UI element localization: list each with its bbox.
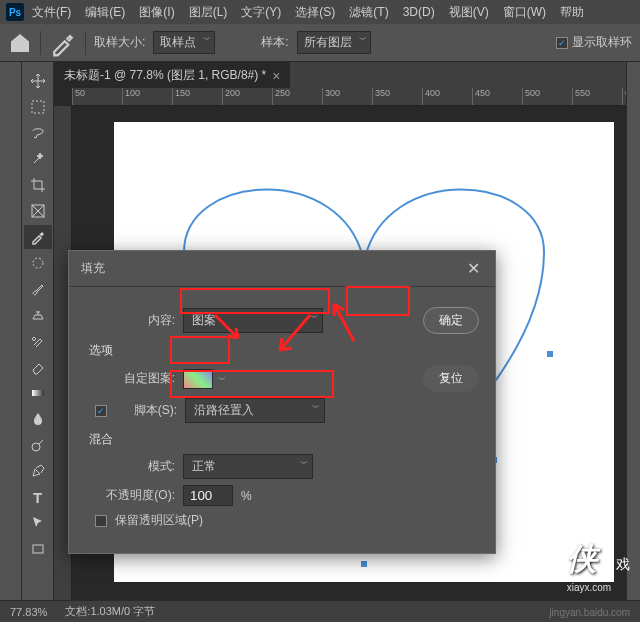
svg-rect-3 [32,390,44,396]
svg-rect-0 [32,101,44,113]
right-rail [626,62,640,600]
menu-3d[interactable]: 3D(D) [397,3,441,21]
pattern-picker[interactable] [183,369,213,389]
document-tabs: 未标题-1 @ 77.8% (图层 1, RGB/8#) * × [54,62,626,88]
sample-label: 样本: [261,34,288,51]
doc-info: 文档:1.03M/0 字节 [65,604,155,619]
eyedropper-tool-icon[interactable] [49,29,77,57]
watermark-url: xiayx.com [567,582,611,593]
menu-image[interactable]: 图像(I) [133,2,180,23]
magic-wand-tool-icon[interactable] [24,147,52,171]
content-label: 内容: [85,312,175,329]
show-ring-label: 显示取样环 [572,34,632,51]
menu-select[interactable]: 选择(S) [289,2,341,23]
close-icon[interactable]: × [272,68,280,84]
history-brush-tool-icon[interactable] [24,329,52,353]
preserve-checkbox[interactable] [95,515,107,527]
path-selection-tool-icon[interactable] [24,511,52,535]
ruler-horizontal: 50100150 200250300 350400450 500550600 6… [72,88,626,106]
svg-rect-5 [33,545,43,553]
toolbar: T [22,62,54,600]
blend-group-label: 混合 [89,431,479,448]
status-bar: 77.83% 文档:1.03M/0 字节 [0,600,640,622]
blur-tool-icon[interactable] [24,407,52,431]
frame-tool-icon[interactable] [24,199,52,223]
menu-bar: Ps 文件(F) 编辑(E) 图像(I) 图层(L) 文字(Y) 选择(S) 滤… [0,0,640,24]
lasso-tool-icon[interactable] [24,121,52,145]
watermark-brand: 侠 [567,542,597,575]
anchor-point[interactable] [546,350,554,358]
document-tab[interactable]: 未标题-1 @ 77.8% (图层 1, RGB/8#) * × [54,62,290,88]
healing-brush-tool-icon[interactable] [24,251,52,275]
zoom-level[interactable]: 77.83% [10,606,47,618]
sample-select[interactable]: 所有图层 [297,31,371,54]
show-sampling-ring[interactable]: ✓ 显示取样环 [556,34,632,51]
ok-button[interactable]: 确定 [423,307,479,334]
rectangle-tool-icon[interactable] [24,537,52,561]
menu-edit[interactable]: 编辑(E) [79,2,131,23]
dialog-titlebar[interactable]: 填充 ✕ [69,251,495,287]
menu-file[interactable]: 文件(F) [26,2,77,23]
home-icon[interactable] [8,31,32,55]
dodge-tool-icon[interactable] [24,433,52,457]
crop-tool-icon[interactable] [24,173,52,197]
move-tool-icon[interactable] [24,69,52,93]
anchor-point[interactable] [360,560,368,568]
opacity-label: 不透明度(O): [95,487,175,504]
checkbox-icon: ✓ [556,37,568,49]
opacity-input[interactable] [183,485,233,506]
mode-label: 模式: [95,458,175,475]
reset-button[interactable]: 复位 [423,365,479,392]
script-checkbox[interactable]: ✓ [95,405,107,417]
menu-help[interactable]: 帮助 [554,2,590,23]
tab-title: 未标题-1 @ 77.8% (图层 1, RGB/8#) * [64,67,266,84]
menu-view[interactable]: 视图(V) [443,2,495,23]
fill-dialog: 填充 ✕ 内容: 图案 确定 选项 自定图案: 复位 ✓ 脚本(S): 沿路径置… [68,250,496,554]
menu-type[interactable]: 文字(Y) [235,2,287,23]
content-select[interactable]: 图案 [183,308,323,333]
options-group-label: 选项 [89,342,479,359]
mode-select[interactable]: 正常 [183,454,313,479]
watermark-sub: 游戏 [600,556,632,572]
pen-tool-icon[interactable] [24,459,52,483]
brush-tool-icon[interactable] [24,277,52,301]
marquee-tool-icon[interactable] [24,95,52,119]
ps-logo: Ps [6,3,24,21]
custom-pattern-label: 自定图案: [95,370,175,387]
preserve-label: 保留透明区域(P) [115,512,203,529]
opacity-percent: % [241,489,252,503]
close-icon[interactable]: ✕ [463,259,483,278]
script-label: 脚本(S): [115,402,177,419]
watermark: 侠 游戏 xiayx.com [567,539,632,594]
sample-size-label: 取样大小: [94,34,145,51]
menu-layer[interactable]: 图层(L) [183,2,234,23]
script-select[interactable]: 沿路径置入 [185,398,325,423]
type-tool-icon[interactable]: T [24,485,52,509]
watermark-bottom: jingyan.baidu.com [549,607,630,618]
sample-size-select[interactable]: 取样点 [153,31,215,54]
eraser-tool-icon[interactable] [24,355,52,379]
dialog-title: 填充 [81,260,105,277]
menu-filter[interactable]: 滤镜(T) [343,2,394,23]
gradient-tool-icon[interactable] [24,381,52,405]
clone-stamp-tool-icon[interactable] [24,303,52,327]
options-bar: 取样大小: 取样点 样本: 所有图层 ✓ 显示取样环 [0,24,640,62]
eyedropper-tool-icon[interactable] [24,225,52,249]
svg-point-2 [33,258,43,268]
left-rail [0,62,22,600]
svg-point-4 [32,443,40,451]
menu-window[interactable]: 窗口(W) [497,2,552,23]
